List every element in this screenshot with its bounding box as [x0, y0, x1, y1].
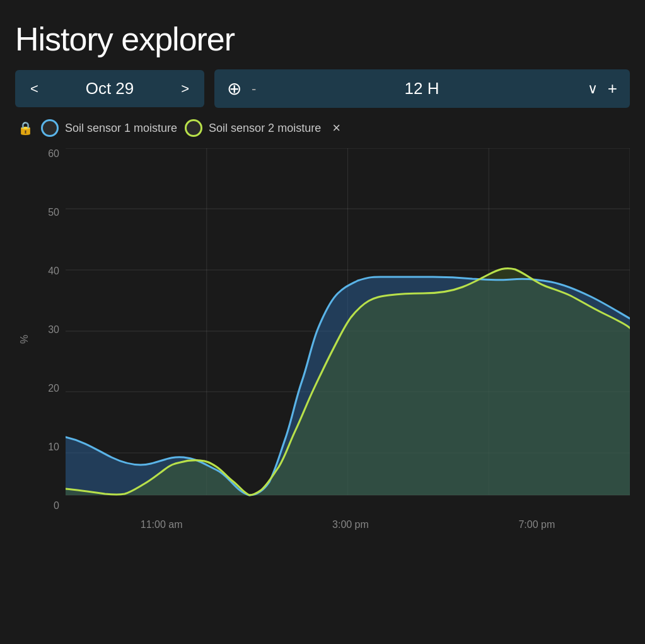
x-tick-1100am: 11:00 am: [141, 519, 183, 530]
controls-row: < Oct 29 > ⊕ - 12 H ∨ +: [15, 69, 630, 108]
chart-area: % 60 50 40 30 20 10 0: [15, 148, 630, 530]
next-date-button[interactable]: >: [178, 82, 192, 96]
x-tick-700pm: 7:00 pm: [518, 519, 555, 530]
date-label: Oct 29: [52, 79, 167, 98]
zoom-plus-button[interactable]: +: [608, 79, 617, 98]
legend-circle-sensor1: [41, 119, 59, 137]
legend-item-sensor2: Soil sensor 2 moisture: [185, 119, 321, 137]
chart-svg-container: 11:00 am 3:00 pm 7:00 pm: [66, 148, 630, 530]
date-control: < Oct 29 >: [15, 70, 204, 107]
page-title: History explorer: [15, 20, 630, 58]
chart-svg: [66, 148, 630, 514]
y-tick-50: 50: [34, 207, 59, 218]
x-axis: 11:00 am 3:00 pm 7:00 pm: [66, 514, 630, 530]
y-tick-60: 60: [34, 148, 59, 160]
legend-row: 🔒 Soil sensor 1 moisture Soil sensor 2 m…: [15, 119, 630, 137]
x-tick-300pm: 3:00 pm: [332, 519, 369, 530]
y-tick-20: 20: [34, 383, 59, 394]
y-tick-10: 10: [34, 442, 59, 453]
zoom-icon: ⊕: [227, 78, 241, 99]
y-axis: 60 50 40 30 20 10 0: [34, 148, 66, 530]
prev-date-button[interactable]: <: [28, 82, 41, 96]
zoom-separator: -: [252, 81, 256, 97]
zoom-value-label: 12 H: [266, 79, 577, 98]
y-tick-30: 30: [34, 324, 59, 336]
legend-circle-sensor2: [185, 119, 202, 137]
lock-icon: 🔒: [18, 120, 33, 136]
zoom-control: ⊕ - 12 H ∨ +: [214, 69, 630, 108]
legend-label-sensor2: Soil sensor 2 moisture: [209, 122, 321, 135]
legend-item-sensor1: Soil sensor 1 moisture: [41, 119, 177, 137]
y-tick-0: 0: [34, 500, 59, 512]
chart-wrapper: % 60 50 40 30 20 10 0: [15, 148, 630, 530]
zoom-dropdown-button[interactable]: ∨: [588, 81, 598, 97]
legend-label-sensor1: Soil sensor 1 moisture: [65, 122, 177, 135]
y-axis-unit-label: %: [15, 148, 34, 530]
legend-close-button[interactable]: ×: [332, 120, 340, 136]
y-tick-40: 40: [34, 266, 59, 277]
